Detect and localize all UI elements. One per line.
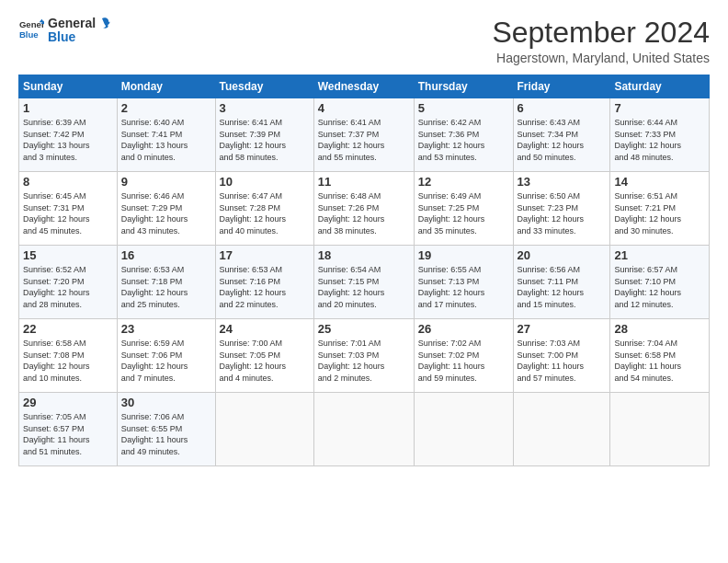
cell-content: Sunrise: 6:47 AMSunset: 7:28 PMDaylight:… — [220, 190, 310, 236]
cell-content: Sunrise: 6:45 AMSunset: 7:31 PMDaylight:… — [23, 190, 113, 236]
cell-content: Sunrise: 7:02 AMSunset: 7:02 PMDaylight:… — [418, 338, 509, 384]
day-number: 16 — [121, 248, 211, 262]
calendar-cell: 27Sunrise: 7:03 AMSunset: 7:00 PMDayligh… — [513, 319, 610, 393]
day-number: 27 — [518, 322, 607, 336]
calendar-cell: 17Sunrise: 6:53 AMSunset: 7:16 PMDayligh… — [215, 246, 313, 319]
cell-content: Sunrise: 6:58 AMSunset: 7:08 PMDaylight:… — [23, 338, 113, 384]
day-number: 15 — [23, 248, 113, 262]
cell-content: Sunrise: 6:52 AMSunset: 7:20 PMDaylight:… — [23, 264, 113, 310]
calendar-cell: 15Sunrise: 6:52 AMSunset: 7:20 PMDayligh… — [19, 246, 118, 319]
cell-content: Sunrise: 6:59 AMSunset: 7:06 PMDaylight:… — [121, 338, 211, 384]
calendar-cell: 13Sunrise: 6:50 AMSunset: 7:23 PMDayligh… — [513, 172, 610, 246]
calendar-cell: 4Sunrise: 6:41 AMSunset: 7:37 PMDaylight… — [313, 98, 414, 172]
header-cell-sunday: Sunday — [19, 75, 118, 98]
day-number: 5 — [418, 101, 509, 115]
cell-content: Sunrise: 6:43 AMSunset: 7:34 PMDaylight:… — [518, 117, 607, 163]
cell-content: Sunrise: 7:01 AMSunset: 7:03 PMDaylight:… — [318, 338, 410, 384]
day-number: 23 — [121, 322, 211, 336]
day-number: 28 — [614, 322, 705, 336]
week-row-2: 8Sunrise: 6:45 AMSunset: 7:31 PMDaylight… — [19, 172, 710, 246]
calendar-cell: 18Sunrise: 6:54 AMSunset: 7:15 PMDayligh… — [313, 246, 414, 319]
svg-text:Blue: Blue — [19, 29, 39, 40]
calendar-cell — [513, 393, 610, 466]
calendar-cell: 14Sunrise: 6:51 AMSunset: 7:21 PMDayligh… — [610, 172, 710, 246]
week-row-4: 22Sunrise: 6:58 AMSunset: 7:08 PMDayligh… — [19, 319, 710, 393]
day-number: 22 — [23, 322, 113, 336]
day-number: 10 — [220, 175, 310, 189]
calendar-table: SundayMondayTuesdayWednesdayThursdayFrid… — [18, 75, 710, 466]
calendar-cell: 6Sunrise: 6:43 AMSunset: 7:34 PMDaylight… — [513, 98, 610, 172]
day-number: 1 — [23, 101, 113, 115]
day-number: 17 — [220, 248, 310, 262]
location-title: Hagerstown, Maryland, United States — [492, 51, 710, 65]
logo-line1: General — [48, 17, 96, 30]
logo-icon: General Blue — [18, 17, 44, 43]
header-cell-thursday: Thursday — [414, 75, 513, 98]
calendar-cell: 22Sunrise: 6:58 AMSunset: 7:08 PMDayligh… — [19, 319, 118, 393]
calendar-cell: 11Sunrise: 6:48 AMSunset: 7:26 PMDayligh… — [313, 172, 414, 246]
calendar-cell: 9Sunrise: 6:46 AMSunset: 7:29 PMDaylight… — [117, 172, 215, 246]
cell-content: Sunrise: 6:55 AMSunset: 7:13 PMDaylight:… — [418, 264, 509, 310]
header-cell-saturday: Saturday — [610, 75, 710, 98]
calendar-cell: 7Sunrise: 6:44 AMSunset: 7:33 PMDaylight… — [610, 98, 710, 172]
calendar-cell — [610, 393, 710, 466]
day-number: 11 — [318, 175, 410, 189]
day-number: 18 — [318, 248, 410, 262]
logo: General Blue General Blue — [18, 17, 110, 45]
day-number: 7 — [614, 101, 705, 115]
cell-content: Sunrise: 6:41 AMSunset: 7:39 PMDaylight:… — [220, 117, 310, 163]
header-cell-wednesday: Wednesday — [313, 75, 414, 98]
calendar-page: General Blue General Blue September 2024… — [0, 0, 728, 563]
day-number: 14 — [614, 175, 705, 189]
calendar-cell — [215, 393, 313, 466]
day-number: 9 — [121, 175, 211, 189]
day-number: 6 — [518, 101, 607, 115]
cell-content: Sunrise: 7:04 AMSunset: 6:58 PMDaylight:… — [614, 338, 705, 384]
cell-content: Sunrise: 6:51 AMSunset: 7:21 PMDaylight:… — [614, 190, 705, 236]
calendar-cell: 28Sunrise: 7:04 AMSunset: 6:58 PMDayligh… — [610, 319, 710, 393]
cell-content: Sunrise: 6:50 AMSunset: 7:23 PMDaylight:… — [518, 190, 607, 236]
day-number: 4 — [318, 101, 410, 115]
cell-content: Sunrise: 6:44 AMSunset: 7:33 PMDaylight:… — [614, 117, 705, 163]
cell-content: Sunrise: 6:53 AMSunset: 7:16 PMDaylight:… — [220, 264, 310, 310]
week-row-3: 15Sunrise: 6:52 AMSunset: 7:20 PMDayligh… — [19, 246, 710, 319]
day-number: 13 — [518, 175, 607, 189]
cell-content: Sunrise: 7:06 AMSunset: 6:55 PMDaylight:… — [121, 411, 211, 457]
calendar-cell: 3Sunrise: 6:41 AMSunset: 7:39 PMDaylight… — [215, 98, 313, 172]
calendar-cell: 29Sunrise: 7:05 AMSunset: 6:57 PMDayligh… — [19, 393, 118, 466]
month-title: September 2024 — [492, 17, 710, 49]
calendar-cell: 26Sunrise: 7:02 AMSunset: 7:02 PMDayligh… — [414, 319, 513, 393]
calendar-cell: 20Sunrise: 6:56 AMSunset: 7:11 PMDayligh… — [513, 246, 610, 319]
day-number: 24 — [220, 322, 310, 336]
day-number: 8 — [23, 175, 113, 189]
header-cell-monday: Monday — [117, 75, 215, 98]
cell-content: Sunrise: 6:57 AMSunset: 7:10 PMDaylight:… — [614, 264, 705, 310]
calendar-cell: 8Sunrise: 6:45 AMSunset: 7:31 PMDaylight… — [19, 172, 118, 246]
cell-content: Sunrise: 6:40 AMSunset: 7:41 PMDaylight:… — [121, 117, 211, 163]
day-number: 3 — [220, 101, 310, 115]
day-number: 20 — [518, 248, 607, 262]
calendar-cell: 25Sunrise: 7:01 AMSunset: 7:03 PMDayligh… — [313, 319, 414, 393]
calendar-cell: 2Sunrise: 6:40 AMSunset: 7:41 PMDaylight… — [117, 98, 215, 172]
day-number: 2 — [121, 101, 211, 115]
day-number: 30 — [121, 396, 211, 409]
cell-content: Sunrise: 6:41 AMSunset: 7:37 PMDaylight:… — [318, 117, 410, 163]
day-number: 19 — [418, 248, 509, 262]
calendar-cell — [414, 393, 513, 466]
header-cell-friday: Friday — [513, 75, 610, 98]
cell-content: Sunrise: 6:56 AMSunset: 7:11 PMDaylight:… — [518, 264, 607, 310]
cell-content: Sunrise: 6:48 AMSunset: 7:26 PMDaylight:… — [318, 190, 410, 236]
day-number: 26 — [418, 322, 509, 336]
calendar-cell: 23Sunrise: 6:59 AMSunset: 7:06 PMDayligh… — [117, 319, 215, 393]
calendar-cell — [313, 393, 414, 466]
calendar-cell: 1Sunrise: 6:39 AMSunset: 7:42 PMDaylight… — [19, 98, 118, 172]
cell-content: Sunrise: 6:49 AMSunset: 7:25 PMDaylight:… — [418, 190, 509, 236]
bird-icon — [94, 17, 110, 37]
cell-content: Sunrise: 6:42 AMSunset: 7:36 PMDaylight:… — [418, 117, 509, 163]
calendar-cell: 10Sunrise: 6:47 AMSunset: 7:28 PMDayligh… — [215, 172, 313, 246]
logo-line2: Blue — [48, 30, 96, 44]
week-row-5: 29Sunrise: 7:05 AMSunset: 6:57 PMDayligh… — [19, 393, 710, 466]
calendar-cell: 30Sunrise: 7:06 AMSunset: 6:55 PMDayligh… — [117, 393, 215, 466]
cell-content: Sunrise: 6:53 AMSunset: 7:18 PMDaylight:… — [121, 264, 211, 310]
day-number: 25 — [318, 322, 410, 336]
